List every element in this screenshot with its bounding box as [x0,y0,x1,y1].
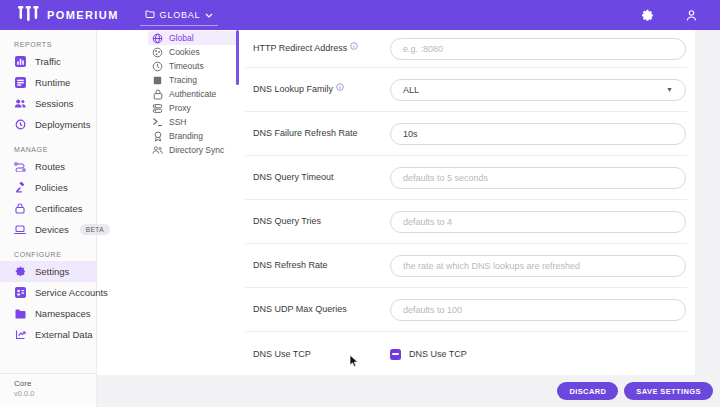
field-label: DNS UDP Max Queries [245,304,390,315]
sidebar-item-traffic[interactable]: Traffic [0,51,96,72]
dns-udp-max-queries-input[interactable] [390,299,686,321]
field-label: DNS Failure Refresh Rate [245,128,390,139]
field-label: DNS Lookup Family [245,84,390,95]
globe-icon [152,33,163,44]
settings-nav-label: Global [169,33,194,43]
settings-nav-item-branding[interactable]: Branding [148,129,238,143]
sidebar-item-external-data[interactable]: External Data [0,324,96,345]
deployments-icon [14,119,26,131]
sidebar-item-label: Sessions [35,98,74,109]
dns-refresh-rate-input[interactable] [390,255,686,277]
settings-nav-label: SSH [169,117,186,127]
sidebar-item-routes[interactable]: Routes [0,156,96,177]
sidebar-item-deployments[interactable]: Deployments [0,114,96,135]
settings-nav-label: Directory Sync [169,145,224,155]
section-title-configure: CONFIGURE [0,240,96,261]
settings-nav-item-directory-sync[interactable]: Directory Sync [148,143,238,157]
gear-icon[interactable] [640,8,654,22]
form-row-dns-failure-refresh-rate: DNS Failure Refresh Rate [245,112,687,156]
sidebar-item-sessions[interactable]: Sessions [0,93,96,114]
policies-icon [14,182,26,194]
sidebar-item-certificates[interactable]: Certificates [0,198,96,219]
routes-icon [14,161,26,173]
sidebar-item-namespaces[interactable]: Namespaces [0,303,96,324]
devices-icon [14,224,26,236]
settings-nav-label: Timeouts [169,61,204,71]
field-label: DNS Query Tries [245,216,390,227]
clock-icon [152,61,163,72]
form-row-http-redirect-address: HTTP Redirect Address [245,30,687,68]
http-redirect-address-input[interactable] [390,38,686,60]
section-title-reports: REPORTS [0,30,96,51]
settings-nav-label: Branding [169,131,203,141]
brand: POMERIUM [0,6,119,25]
content-gutter [695,30,720,375]
terminal-icon [152,117,163,128]
dns-use-tcp-checkbox-label: DNS Use TCP [409,349,467,359]
proxy-icon [152,103,163,114]
sidebar-item-label: Policies [35,182,68,193]
sidebar-item-service-accounts[interactable]: Service Accounts [0,282,96,303]
sidebar-item-label: External Data [35,329,93,340]
settings-icon [14,266,26,278]
namespace-label: GLOBAL [160,10,201,20]
brand-name: POMERIUM [47,9,119,21]
sidebar-item-devices[interactable]: Devices BETA [0,219,96,240]
tracing-icon [152,75,163,86]
sidebar-footer: Core v0.0.0 [0,373,97,407]
info-icon[interactable] [336,83,344,94]
sidebar-item-runtime[interactable]: Runtime [0,72,96,93]
sidebar-item-settings[interactable]: Settings [0,261,96,282]
sidebar-item-policies[interactable]: Policies [0,177,96,198]
service-accounts-icon [14,287,26,299]
chevron-down-icon [205,10,213,20]
settings-nav-item-tracing[interactable]: Tracing [148,73,238,87]
dns-query-tries-input[interactable] [390,211,686,233]
settings-nav-label: Cookies [169,47,200,57]
settings-nav-item-authenticate[interactable]: Authenticate [148,87,238,101]
namespace-selector[interactable]: GLOBAL [140,4,218,26]
field-label: DNS Refresh Rate [245,260,390,271]
info-icon[interactable] [350,42,358,53]
select-arrow-icon: ▼ [666,86,673,93]
product-name: Core [14,379,97,388]
sidebar-item-label: Deployments [35,119,90,130]
dns-failure-refresh-rate-input[interactable] [390,123,686,145]
dns-lookup-family-select[interactable]: ALL ▼ [390,79,686,101]
sidebar-item-label: Namespaces [35,308,90,319]
settings-nav-item-proxy[interactable]: Proxy [148,101,238,115]
sessions-icon [14,98,26,110]
lock-icon [152,89,163,100]
action-bar: DISCARD SAVE SETTINGS [97,375,720,407]
sidebar-item-label: Runtime [35,77,70,88]
settings-nav-item-timeouts[interactable]: Timeouts [148,59,238,73]
user-icon[interactable] [684,8,698,22]
traffic-icon [14,56,26,68]
sidebar-item-label: Service Accounts [35,287,108,298]
certificates-icon [14,203,26,215]
field-label: DNS Use TCP [245,349,390,360]
form-row-dns-lookup-family: DNS Lookup Family ALL ▼ [245,68,687,112]
settings-nav: Global Cookies Timeouts Tracing Authenti… [148,31,238,157]
field-label: DNS Query Timeout [245,172,390,183]
settings-nav-item-cookies[interactable]: Cookies [148,45,238,59]
external-data-icon [14,329,26,341]
sidebar-item-label: Routes [35,161,65,172]
settings-nav-scrollbar[interactable] [236,30,239,85]
section-title-manage: MANAGE [0,135,96,156]
dns-use-tcp-checkbox[interactable] [390,349,401,360]
discard-button[interactable]: DISCARD [557,382,618,400]
cookie-icon [152,47,163,58]
select-value: ALL [403,85,419,95]
badge-icon [152,131,163,142]
dns-query-timeout-input[interactable] [390,167,686,189]
settings-nav-item-ssh[interactable]: SSH [148,115,238,129]
form-row-dns-query-tries: DNS Query Tries [245,200,687,244]
settings-nav-item-global[interactable]: Global [148,31,238,45]
folder-icon [145,9,155,20]
form-row-dns-use-tcp: DNS Use TCP DNS Use TCP [245,332,687,376]
app-header: POMERIUM GLOBAL [0,0,720,30]
save-settings-button[interactable]: SAVE SETTINGS [624,382,713,400]
sidebar-item-label: Settings [35,266,69,277]
form-row-dns-query-timeout: DNS Query Timeout [245,156,687,200]
